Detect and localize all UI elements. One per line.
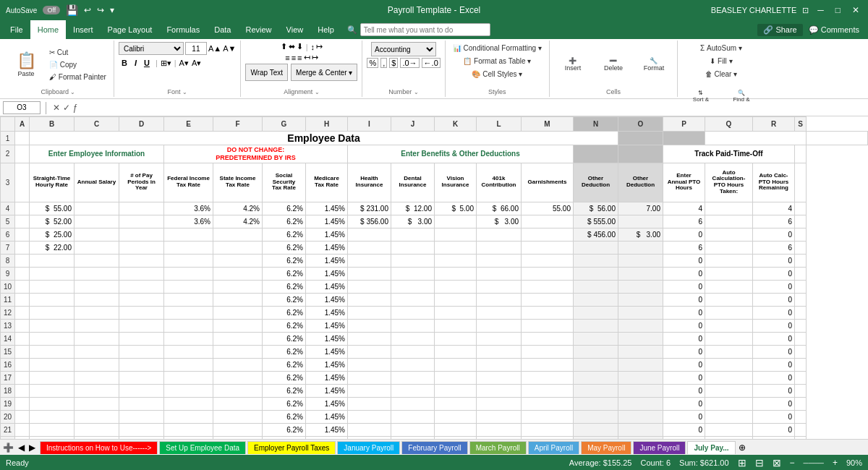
cell-h4[interactable]: 1.45% — [306, 202, 348, 215]
cell-k4[interactable]: $ 5.00 — [435, 202, 477, 215]
row-header-22[interactable]: 22 — [1, 436, 15, 439]
more-sheets-button[interactable]: ⊕ — [739, 443, 746, 453]
format-painter-button[interactable]: 🖌 Format Painter — [46, 71, 109, 82]
sheet-tab-january[interactable]: January Payroll — [337, 441, 400, 454]
new-sheet-button[interactable]: ➕ — [3, 443, 14, 453]
cell-reference-input[interactable] — [3, 101, 41, 114]
fill-color-button[interactable]: A▾ — [179, 59, 189, 68]
cell-f7[interactable] — [213, 241, 263, 254]
cell-c6[interactable] — [75, 228, 119, 241]
number-format-select[interactable]: Accounting General Number — [371, 42, 436, 56]
cell-r7[interactable]: 6 — [753, 241, 795, 254]
cell-p6[interactable]: 0 — [663, 228, 705, 241]
cell-c7[interactable] — [75, 241, 119, 254]
bold-button[interactable]: B — [119, 56, 130, 69]
cell-n3-header[interactable]: OtherDeduction — [574, 163, 618, 202]
restore-icon[interactable]: ⊡ — [802, 6, 809, 15]
maximize-btn[interactable]: □ — [833, 5, 843, 15]
row-header-5[interactable]: 5 — [1, 215, 15, 228]
save-icon[interactable]: 💾 — [66, 4, 78, 16]
col-header-h[interactable]: H — [306, 117, 348, 132]
col-header-m[interactable]: M — [522, 117, 574, 132]
cell-s4[interactable] — [795, 202, 807, 215]
col-header-j[interactable]: J — [391, 117, 435, 132]
paste-button[interactable]: 📋 Paste — [7, 45, 45, 84]
customize-icon[interactable]: ▾ — [110, 5, 114, 15]
cell-c5[interactable] — [75, 215, 119, 228]
row-header-7[interactable]: 7 — [1, 241, 15, 254]
row-header-12[interactable]: 12 — [1, 306, 15, 319]
cell-n7[interactable] — [574, 241, 618, 254]
cell-a3[interactable] — [15, 163, 30, 202]
zoom-in-icon[interactable]: + — [833, 458, 838, 468]
cell-r6[interactable]: 0 — [753, 228, 795, 241]
cell-s1[interactable] — [807, 132, 868, 145]
col-header-i[interactable]: I — [348, 117, 391, 132]
ribbon-search-input[interactable] — [360, 23, 490, 36]
col-header-e[interactable]: E — [164, 117, 213, 132]
share-button[interactable]: 🔗 Share — [757, 24, 802, 36]
cell-s3[interactable] — [795, 163, 807, 202]
cell-h6[interactable]: 1.45% — [306, 228, 348, 241]
cell-b6[interactable]: $ 25.00 — [30, 228, 75, 241]
cell-n6[interactable]: $ 456.00 — [574, 228, 618, 241]
decrease-indent-icon[interactable]: ↤ — [304, 53, 310, 62]
cell-p2-pto[interactable]: Track Paid-Time-Off — [663, 145, 795, 163]
tab-data[interactable]: Data — [207, 20, 238, 39]
cell-d6[interactable] — [119, 228, 164, 241]
sheet-tab-instructions[interactable]: Instructions on How to Use------> — [40, 441, 158, 454]
cell-j4[interactable]: $ 12.00 — [391, 202, 435, 215]
cell-k3-header[interactable]: VisionInsurance — [435, 163, 477, 202]
cell-a1[interactable] — [15, 132, 30, 145]
cell-m3-header[interactable]: Garnishments — [522, 163, 574, 202]
cell-k5[interactable] — [435, 215, 477, 228]
autosum-button[interactable]: Σ AutoSum ▾ — [697, 42, 745, 54]
cell-g6[interactable]: 6.2% — [263, 228, 306, 241]
minimize-btn[interactable]: ─ — [814, 5, 827, 15]
cell-m6[interactable] — [522, 228, 574, 241]
cell-e6[interactable] — [164, 228, 213, 241]
insert-function-icon[interactable]: ƒ — [73, 103, 78, 113]
align-bottom-icon[interactable]: ⬇ — [297, 42, 303, 51]
format-as-table-button[interactable]: 📋 Format as Table ▾ — [460, 55, 534, 67]
zoom-slider[interactable]: ──── — [804, 459, 824, 467]
cell-s7[interactable] — [795, 241, 807, 254]
col-header-s[interactable]: S — [795, 117, 807, 132]
cell-l3-header[interactable]: 401kContribution — [477, 163, 522, 202]
decrease-font-icon[interactable]: A▼ — [223, 44, 236, 53]
cell-s2[interactable] — [795, 145, 807, 163]
cell-p7[interactable]: 6 — [663, 241, 705, 254]
sheet-tab-employer-taxes[interactable]: Employer Payroll Taxes — [247, 441, 336, 454]
row-header-20[interactable]: 20 — [1, 410, 15, 423]
page-layout-view-icon[interactable]: ⊟ — [755, 457, 764, 469]
col-header-d[interactable]: D — [119, 117, 164, 132]
tab-file[interactable]: File — [3, 20, 30, 39]
cell-p4[interactable]: 4 — [663, 202, 705, 215]
sheet-tab-april[interactable]: April Payroll — [528, 441, 579, 454]
sheet-tab-july[interactable]: July Pay... — [687, 441, 735, 454]
font-size-input[interactable] — [185, 42, 207, 55]
cell-d5[interactable] — [119, 215, 164, 228]
cell-j3-header[interactable]: DentalInsurance — [391, 163, 435, 202]
clear-button[interactable]: 🗑 Clear ▾ — [702, 68, 740, 80]
cell-a5[interactable] — [15, 215, 30, 228]
cell-q3-header[interactable]: AutoCalculation-PTO HoursTaken: — [705, 163, 753, 202]
row-header-15[interactable]: 15 — [1, 345, 15, 358]
cell-m4[interactable]: 55.00 — [522, 202, 574, 215]
cell-l7[interactable] — [477, 241, 522, 254]
cell-f6[interactable] — [213, 228, 263, 241]
col-header-o[interactable]: O — [618, 117, 663, 132]
col-header-c[interactable]: C — [75, 117, 119, 132]
page-break-view-icon[interactable]: ⊠ — [773, 457, 781, 469]
font-color-button[interactable]: A▾ — [192, 59, 201, 68]
cell-l4[interactable]: $ 66.00 — [477, 202, 522, 215]
cell-f5[interactable]: 4.2% — [213, 215, 263, 228]
cell-l5[interactable]: $ 3.00 — [477, 215, 522, 228]
cell-s6[interactable] — [795, 228, 807, 241]
col-header-p[interactable]: P — [663, 117, 705, 132]
cell-l6[interactable] — [477, 228, 522, 241]
cell-o6[interactable]: $ 3.00 — [618, 228, 663, 241]
cell-a7[interactable] — [15, 241, 30, 254]
borders-button[interactable]: ⊞▾ — [161, 59, 171, 68]
cell-o1[interactable] — [663, 132, 705, 145]
